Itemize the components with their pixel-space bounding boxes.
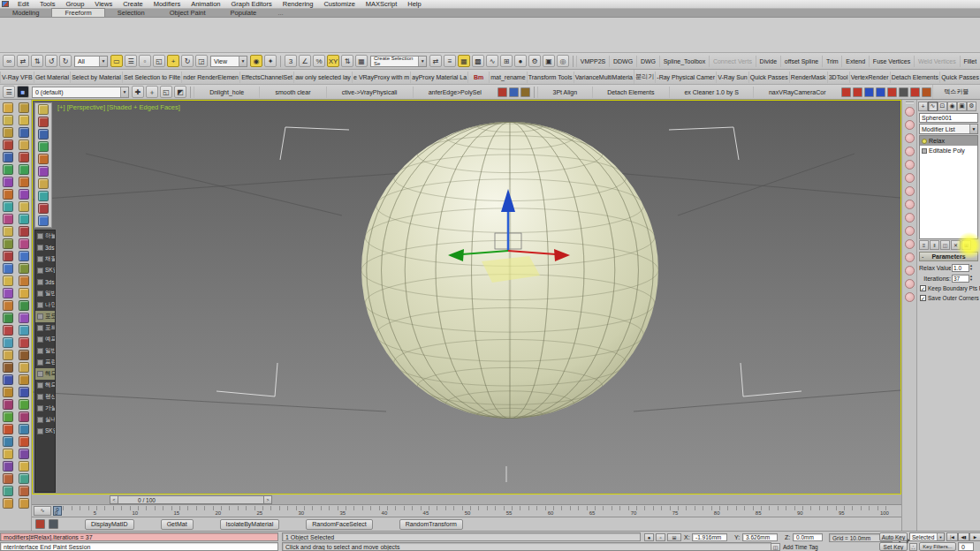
selection-filter-dropdown[interactable]: All▼ (74, 56, 108, 67)
ribbon-tab[interactable]: Populate (218, 8, 270, 17)
modifier-list-dropdown[interactable]: Modifier List ▼ (919, 124, 978, 134)
macro-icon[interactable] (38, 104, 49, 115)
macro-icon[interactable] (19, 288, 29, 298)
toolbar-text-button[interactable]: Connect Verts (709, 56, 756, 67)
macro-icon[interactable] (3, 337, 13, 348)
macro-icon[interactable] (19, 152, 29, 162)
script-button[interactable]: 3Pt Align (537, 87, 592, 98)
current-frame-field[interactable]: 0 (958, 542, 974, 551)
macro-icon[interactable] (19, 189, 29, 200)
curve-editor-icon[interactable]: ∿ (486, 55, 498, 67)
macro-icon[interactable] (19, 411, 29, 422)
toolbar-text-button[interactable]: DDWG (609, 56, 636, 67)
menu-item[interactable]: Create (118, 0, 148, 8)
list-item[interactable]: SK일반 (35, 426, 55, 437)
list-item[interactable]: 일반) (35, 288, 55, 299)
graphite-ribbon-icon[interactable]: ▩ (472, 55, 484, 67)
align-icon[interactable] (922, 87, 931, 97)
toolbar-grip[interactable] (906, 102, 914, 103)
macro-icon[interactable] (38, 215, 49, 226)
script-button[interactable]: ex Cleaner 1.0 by S (669, 87, 753, 98)
utilities-tab-icon[interactable]: ⚙ (967, 102, 976, 111)
macro-icon[interactable] (905, 120, 915, 130)
list-item[interactable]: 3ds (35, 242, 55, 253)
macro-icon[interactable] (19, 251, 29, 261)
macro-icon[interactable] (19, 337, 29, 348)
modifier-bulb-icon[interactable] (922, 139, 927, 144)
macro-icon[interactable] (520, 87, 530, 97)
macro-icon[interactable] (19, 498, 29, 509)
script-button[interactable]: Set Selection to Filte (122, 72, 181, 83)
playback-button[interactable]: |◀ (946, 532, 958, 541)
macro-icon[interactable] (19, 461, 29, 472)
macro-icon[interactable] (19, 201, 29, 212)
macro-icon[interactable] (19, 436, 29, 447)
maxscript-listener-line1[interactable]: modifiers[#Relax].Iterations = 37 (0, 532, 278, 541)
angle-snap-icon[interactable]: ∠ (299, 55, 311, 67)
macro-icon[interactable] (3, 238, 13, 249)
macro-icon[interactable] (905, 147, 915, 156)
list-item[interactable]: 헤드 (35, 380, 55, 391)
window-crossing-icon[interactable]: ◱ (153, 55, 165, 67)
toolbar-text-button[interactable]: Trim (822, 56, 841, 67)
macro-icon[interactable] (3, 374, 13, 385)
macro-icon[interactable] (905, 160, 915, 170)
track-bar[interactable]: ∿ 0 051015202530354045505560657075808590… (32, 505, 901, 517)
macro-icon[interactable] (3, 313, 13, 323)
macro-icon[interactable] (3, 102, 13, 113)
script-button[interactable]: 분리기 (634, 70, 655, 84)
time-slider[interactable]: < 0 / 100 > (110, 495, 272, 504)
macro-icon[interactable] (19, 325, 29, 336)
menu-item[interactable]: Group (60, 0, 89, 8)
macro-icon[interactable] (3, 473, 13, 484)
macro-script-button[interactable]: GetMat (161, 519, 194, 530)
macro-icon[interactable] (19, 473, 29, 484)
list-item[interactable]: 3ds (35, 276, 55, 288)
make-unique-icon[interactable]: ◫ (940, 240, 950, 250)
menu-item[interactable]: Animation (186, 0, 225, 8)
macro-icon[interactable] (905, 239, 915, 249)
coord-system-dropdown[interactable]: View▼ (210, 56, 247, 67)
render-setup-icon[interactable]: ⚙ (528, 55, 541, 67)
select-and-move-icon[interactable]: + (167, 55, 179, 67)
mirror-icon[interactable]: ⇄ (429, 55, 442, 67)
checkbox-checked-icon[interactable]: ✓ (920, 285, 926, 291)
unlink-selection-icon[interactable]: ⇄ (17, 55, 29, 67)
rect-selection-region-icon[interactable]: ▫ (139, 55, 151, 67)
script-button[interactable]: V-Ray Sun (716, 72, 748, 83)
macro-icon[interactable] (38, 203, 49, 214)
macro-icon[interactable] (905, 253, 915, 262)
script-button[interactable]: anferEdge>PolySel (413, 87, 497, 98)
macro-icon[interactable] (905, 133, 915, 143)
script-button[interactable]: Bm (467, 72, 489, 83)
script-button[interactable]: EffectsChannelSet (239, 72, 293, 83)
selection-set-combo[interactable]: Create Selection Se▼ (370, 56, 427, 67)
macro-icon[interactable] (3, 449, 13, 459)
script-button[interactable]: aw only selected lay (293, 72, 352, 83)
macro-icon[interactable] (3, 486, 13, 496)
macro-icon[interactable] (3, 325, 13, 336)
macro-icon[interactable] (3, 411, 13, 422)
menu-item[interactable]: Tools (34, 0, 61, 8)
z-coordinate-field[interactable]: 0.0mm (793, 533, 823, 541)
create-tab-icon[interactable]: + (918, 102, 928, 111)
align-icon[interactable] (864, 87, 874, 97)
align-icon[interactable] (887, 87, 897, 97)
toolbar-text-button[interactable]: VMPP2S (576, 56, 609, 67)
maxscript-listener-line2[interactable]: nterInterface End Paint Session (0, 542, 278, 551)
korean-script-button[interactable]: 텍스커블 (932, 85, 980, 99)
list-item[interactable]: 하늘 (35, 230, 55, 242)
stack-item-editable-poly[interactable]: Editable Poly (920, 146, 977, 155)
ribbon-tab[interactable]: Freeform (51, 8, 104, 17)
selection-lock-icon[interactable]: ▫ (656, 533, 665, 541)
undo-icon[interactable]: ↺ (45, 55, 57, 67)
macro-icon[interactable] (3, 399, 13, 410)
macro-icon[interactable] (3, 127, 13, 138)
iterations-field[interactable]: 37 (952, 275, 969, 283)
macro-icon[interactable] (3, 214, 13, 224)
script-button[interactable]: V-Ray VFB (0, 72, 34, 83)
macro-icon[interactable] (38, 141, 49, 152)
align-icon[interactable] (841, 87, 851, 97)
relax-value-field[interactable]: 1.0 (952, 264, 969, 272)
show-end-result-icon[interactable]: ‖ (930, 240, 939, 250)
